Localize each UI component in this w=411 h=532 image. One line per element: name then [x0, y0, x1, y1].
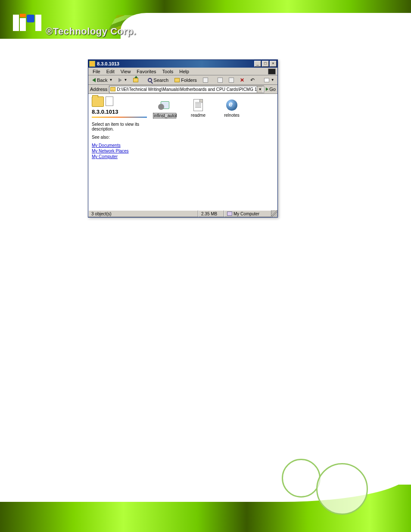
open-folder-icon: [92, 96, 104, 107]
link-my-documents[interactable]: My Documents: [92, 143, 147, 148]
undo-icon: ↶: [250, 77, 255, 83]
delete-icon: ✕: [240, 77, 244, 83]
brand-logo: ®Technology Corp.: [13, 9, 136, 37]
undo-button[interactable]: ↶: [248, 76, 257, 84]
address-label: Address: [90, 87, 107, 92]
menu-tools[interactable]: Tools: [160, 68, 176, 75]
menu-help[interactable]: Help: [177, 68, 192, 75]
doc-icon: [106, 96, 113, 106]
file-infinst-autol[interactable]: infinst_autol: [153, 98, 176, 118]
my-computer-icon: [227, 212, 232, 216]
brand-reg: ®: [46, 26, 53, 37]
window-title: 8.3.0.1013: [97, 61, 254, 66]
address-input[interactable]: D:\IEI\Technical Writing\Manuals\Motherb…: [109, 86, 264, 93]
status-objects: 3 object(s): [88, 210, 198, 217]
pane-title: 8.3.0.1013: [92, 109, 147, 115]
close-button[interactable]: ×: [270, 61, 277, 67]
search-button[interactable]: Search: [146, 77, 171, 84]
maximize-button[interactable]: □: [262, 61, 269, 67]
see-also-label: See also:: [92, 135, 147, 140]
file-relnotes[interactable]: relnotes: [220, 98, 243, 118]
addressbar: Address D:\IEI\Technical Writing\Manuals…: [88, 85, 277, 94]
folders-label: Folders: [181, 78, 197, 83]
folders-button[interactable]: Folders: [172, 77, 199, 84]
status-location-text: My Computer: [234, 212, 259, 216]
forward-dropdown-icon[interactable]: ▼: [124, 78, 127, 82]
status-size: 2.35 MB: [198, 210, 224, 217]
html-file-icon: [226, 100, 237, 111]
text-file-icon: [193, 99, 203, 111]
menu-favorites[interactable]: Favorites: [134, 68, 159, 75]
moveto-icon: [218, 78, 223, 83]
back-label: Back: [97, 78, 107, 83]
info-pane: 8.3.0.1013 Select an item to view its de…: [88, 94, 150, 210]
search-icon: [148, 78, 152, 82]
file-list[interactable]: infinst_autol readme relnotes: [150, 94, 277, 210]
folder-icon: [89, 61, 95, 67]
toolbar: Back ▼ ▼ Search Folders ✕ ↶ ▼: [88, 75, 277, 85]
content-area: 8.3.0.1013 Select an item to view its de…: [88, 94, 277, 210]
file-label: relnotes: [220, 113, 243, 118]
page-footer-decor: [0, 485, 411, 532]
up-folder-icon: [133, 78, 138, 82]
forward-arrow-icon: [118, 78, 122, 82]
status-location: My Computer: [224, 210, 271, 217]
throbber-icon: [268, 68, 276, 75]
minimize-button[interactable]: _: [254, 61, 261, 67]
file-readme[interactable]: readme: [187, 98, 210, 118]
address-folder-icon: [110, 87, 115, 91]
back-dropdown-icon[interactable]: ▼: [109, 78, 112, 82]
moveto-button[interactable]: [215, 77, 225, 84]
back-arrow-icon: [92, 78, 96, 82]
pane-prompt: Select an item to view its description.: [92, 122, 147, 131]
statusbar: 3 object(s) 2.35 MB My Computer: [88, 210, 277, 217]
address-path: D:\IEI\Technical Writing\Manuals\Motherb…: [117, 87, 257, 92]
resize-grip[interactable]: [271, 210, 277, 217]
copyto-icon: [229, 78, 234, 83]
go-arrow-icon: [266, 87, 268, 91]
up-button[interactable]: [131, 77, 140, 83]
explorer-window: 8.3.0.1013 _ □ × File Edit View Favorite…: [88, 59, 278, 218]
address-dropdown-icon[interactable]: ▼: [257, 86, 263, 93]
file-label: infinst_autol: [153, 113, 176, 118]
history-button[interactable]: [201, 77, 210, 84]
copyto-button[interactable]: [227, 77, 236, 84]
menu-edit[interactable]: Edit: [104, 68, 117, 75]
link-my-network-places[interactable]: My Network Places: [92, 149, 147, 153]
folders-icon: [174, 78, 180, 82]
file-label: readme: [187, 113, 210, 118]
back-button[interactable]: Back ▼: [90, 77, 115, 84]
delete-button[interactable]: ✕: [238, 76, 246, 84]
menubar: File Edit View Favorites Tools Help: [88, 68, 277, 75]
views-dropdown-icon[interactable]: ▼: [271, 78, 274, 82]
link-my-computer[interactable]: My Computer: [92, 154, 147, 159]
menu-file[interactable]: File: [90, 68, 103, 75]
pane-divider: [92, 117, 147, 118]
go-button[interactable]: Go: [266, 87, 276, 92]
exe-icon: [158, 100, 171, 111]
forward-button[interactable]: ▼: [116, 77, 129, 83]
go-label: Go: [269, 87, 276, 92]
titlebar[interactable]: 8.3.0.1013 _ □ ×: [88, 60, 277, 68]
views-button[interactable]: ▼: [262, 77, 277, 83]
menu-view[interactable]: View: [118, 68, 134, 75]
views-icon: [264, 78, 269, 82]
brand-name: Technology Corp.: [53, 26, 136, 37]
history-icon: [203, 78, 208, 83]
search-label: Search: [153, 78, 168, 83]
